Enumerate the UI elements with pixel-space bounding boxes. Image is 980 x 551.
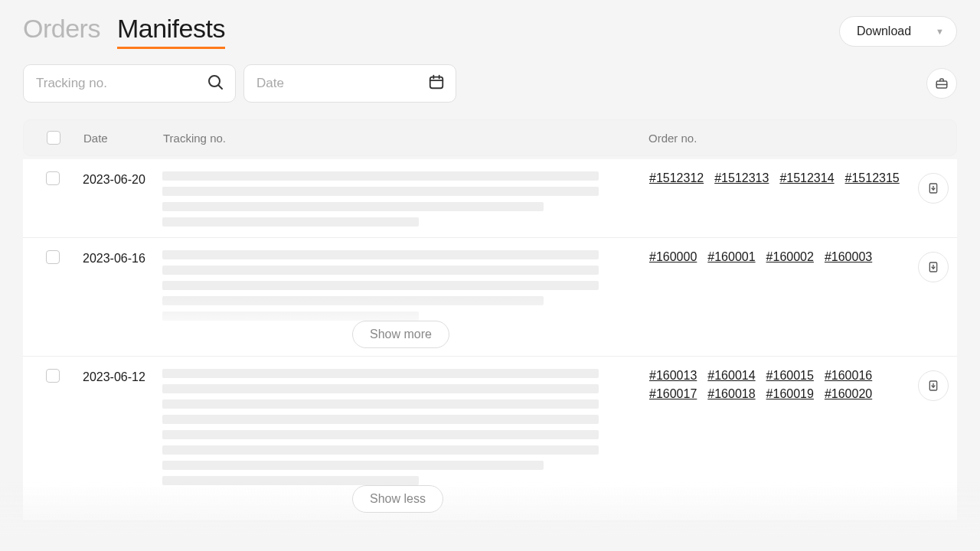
order-link[interactable]: #160002 (766, 250, 814, 264)
download-icon (927, 380, 939, 392)
svg-rect-2 (430, 77, 443, 89)
select-all-checkbox[interactable] (47, 131, 60, 145)
order-link[interactable]: #1512312 (649, 171, 704, 185)
tab-manifests[interactable]: Manifests (117, 14, 225, 49)
row-date: 2023-06-16 (83, 250, 162, 321)
row-checkbox[interactable] (46, 250, 60, 264)
order-link[interactable]: #160015 (766, 369, 814, 383)
chevron-down-icon: ▼ (936, 27, 944, 36)
order-link[interactable]: #160013 (649, 369, 697, 383)
tab-orders[interactable]: Orders (23, 14, 100, 44)
skeleton-line (162, 202, 544, 211)
skeleton-line (162, 296, 544, 305)
skeleton-line (162, 281, 599, 290)
order-link[interactable]: #160020 (825, 387, 872, 401)
skeleton-line (162, 369, 599, 378)
order-link[interactable]: #1512314 (779, 171, 834, 185)
tracking-skeleton (162, 369, 649, 485)
download-icon (927, 182, 939, 194)
skeleton-line (162, 171, 599, 181)
order-link[interactable]: #160000 (649, 250, 697, 264)
table-row: 2023-06-16#160000#160001#160002#160003Sh… (23, 238, 957, 357)
row-download-button[interactable] (918, 173, 949, 204)
svg-line-1 (218, 85, 222, 89)
date-input[interactable] (256, 76, 419, 91)
skeleton-line (162, 250, 599, 259)
tracking-skeleton (162, 250, 649, 321)
show-less-button[interactable]: Show less (352, 485, 443, 513)
show-more-button[interactable]: Show more (352, 321, 449, 348)
tracking-skeleton (162, 171, 649, 227)
row-download-button[interactable] (918, 252, 949, 282)
order-link[interactable]: #160014 (707, 369, 755, 383)
skeleton-line (162, 187, 599, 196)
tracking-input-wrap[interactable] (23, 64, 236, 103)
skeleton-line (162, 384, 599, 393)
calendar-icon (428, 73, 445, 93)
col-header-order: Order no. (648, 132, 909, 145)
download-button-label: Download (857, 24, 911, 38)
order-link[interactable]: #160003 (825, 250, 872, 264)
row-checkbox[interactable] (46, 369, 60, 383)
skeleton-line (162, 266, 599, 275)
order-link[interactable]: #1512313 (714, 171, 769, 185)
tracking-input[interactable] (36, 76, 198, 91)
briefcase-button[interactable] (926, 68, 957, 99)
search-icon (206, 73, 224, 94)
order-link[interactable]: #160019 (766, 387, 814, 401)
col-header-tracking: Tracking no. (163, 132, 648, 145)
row-checkbox[interactable] (46, 171, 60, 185)
date-input-wrap[interactable] (243, 64, 456, 103)
download-button[interactable]: Download ▼ (839, 16, 957, 47)
skeleton-line (162, 311, 419, 321)
order-link[interactable]: #160001 (707, 250, 755, 264)
order-link[interactable]: #160016 (825, 369, 872, 383)
table-row: 2023-06-12#160013#160014#160015#160016#1… (23, 357, 957, 521)
row-download-button[interactable] (918, 370, 949, 401)
skeleton-line (162, 476, 419, 485)
table-header: Date Tracking no. Order no. (23, 119, 957, 156)
skeleton-line (162, 399, 599, 409)
briefcase-icon (935, 77, 949, 90)
skeleton-line (162, 445, 599, 455)
order-link[interactable]: #160017 (649, 387, 697, 401)
col-header-date: Date (83, 132, 163, 145)
skeleton-line (162, 461, 544, 470)
order-link[interactable]: #1512315 (845, 171, 900, 185)
row-date: 2023-06-12 (83, 369, 162, 485)
row-date: 2023-06-20 (83, 171, 162, 227)
skeleton-line (162, 415, 599, 424)
download-icon (927, 261, 939, 273)
order-link[interactable]: #160018 (707, 387, 755, 401)
skeleton-line (162, 217, 419, 227)
skeleton-line (162, 430, 599, 439)
table-row: 2023-06-20#1512312#1512313#1512314#15123… (23, 159, 957, 238)
